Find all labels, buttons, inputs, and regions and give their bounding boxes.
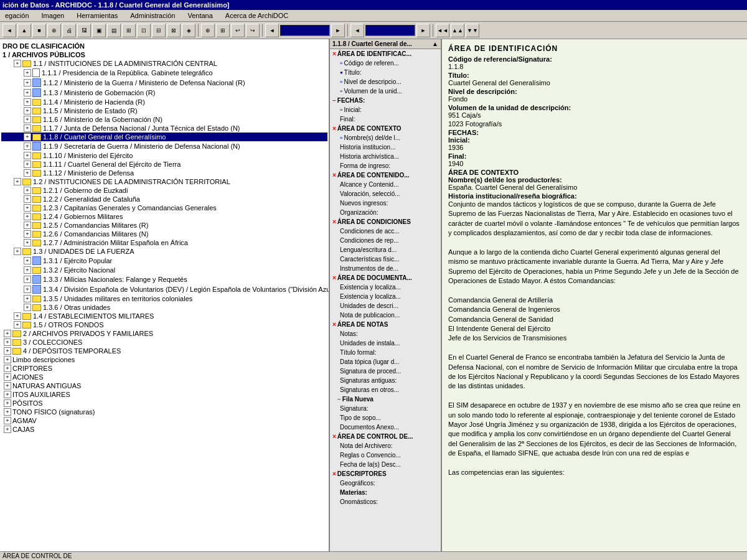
expand-icon[interactable]: + <box>24 195 31 203</box>
tree-item[interactable]: +1.1.2 / Ministerio de la Guerra / Minis… <box>1 78 327 88</box>
tree-item[interactable]: +1.1.6 / Ministerio de la Gobernación (N… <box>1 115 327 124</box>
mid-item[interactable]: Signaturas en otros... <box>330 385 441 394</box>
tree-item[interactable]: +1.1.12 / Ministerio de Defensa <box>1 169 327 177</box>
expand-icon[interactable]: + <box>4 382 11 390</box>
toolbar-btn-14[interactable]: ⊕ <box>201 24 215 37</box>
tree-item[interactable]: +Limbo descripciones <box>1 355 327 364</box>
menu-administracion[interactable]: Administración <box>128 11 177 20</box>
expand-icon[interactable]: + <box>4 408 11 416</box>
tree-item[interactable]: +1.2.4 / Gobiernos Militares <box>1 212 327 221</box>
toolbar-btn-10[interactable]: ⊡ <box>137 24 151 37</box>
tree-item[interactable]: +1.1.9 / Secretaría de Guerra / Minister… <box>1 141 327 151</box>
tree-item[interactable]: +2 / ARCHIVOS PRIVADOS Y FAMILIARES <box>1 329 327 338</box>
tree-item[interactable]: +1.1.3 / Ministerio de Gobernación (R) <box>1 88 327 98</box>
menu-acerca[interactable]: Acerca de ArchiDOC <box>223 11 291 20</box>
mid-item[interactable]: Forma de ingreso: <box>330 161 441 170</box>
toolbar-btn-13[interactable]: ◈ <box>182 24 195 37</box>
mid-scroll-up[interactable]: ▲ <box>432 40 438 47</box>
mid-section[interactable]: − FECHAS: <box>330 96 441 105</box>
mid-item[interactable]: Signatura de proced... <box>330 366 441 376</box>
mid-item[interactable]: Materias: <box>330 488 441 497</box>
expand-icon[interactable]: + <box>24 257 31 264</box>
mid-item[interactable]: Valoración, selecció... <box>330 189 441 198</box>
tree-item[interactable]: +1.1.11 / Cuartel General del Ejército d… <box>1 160 327 169</box>
toolbar-btn-5[interactable]: 🖨 <box>62 24 76 37</box>
expand-icon[interactable]: + <box>4 338 11 346</box>
toolbar-btn-2[interactable]: ▲ <box>17 24 31 37</box>
mid-item[interactable]: Lengua/escritura d... <box>330 245 441 254</box>
tree-item[interactable]: +1.3.2 / Ejército Nacional <box>1 266 327 274</box>
expand-icon[interactable]: + <box>4 373 11 381</box>
expand-icon[interactable]: + <box>4 426 11 433</box>
expand-icon[interactable]: + <box>24 98 31 106</box>
mid-item[interactable]: Notas: <box>330 329 441 338</box>
mid-item[interactable]: Título formal: <box>330 348 441 357</box>
expand-icon[interactable]: + <box>24 89 31 96</box>
expand-icon[interactable]: + <box>24 124 31 132</box>
tree-item[interactable]: +1.1.8 / Cuartel General del Generalísim… <box>1 133 327 141</box>
tree-item[interactable]: +CRIPTORES <box>1 364 327 373</box>
mid-subsection[interactable]: − Fila Nueva <box>330 394 441 404</box>
mid-item[interactable]: » Nivel de descripcio... <box>330 77 441 86</box>
tree-item[interactable]: +1.2.2 / Generalidad de Cataluña <box>1 195 327 203</box>
tree-item[interactable]: +1.2.3 / Capitanías Generales y Comandan… <box>1 203 327 212</box>
mid-section[interactable]: × ÁREA DE NOTAS <box>330 320 441 329</box>
mid-item[interactable]: Nota del Archivero: <box>330 441 441 450</box>
expand-icon[interactable]: + <box>4 417 11 424</box>
mid-section[interactable]: × ÁREA DE CONTENIDO... <box>330 170 441 180</box>
expand-icon[interactable]: + <box>24 161 31 168</box>
tree-item[interactable]: +1.1.10 / Ministerio del Ejército <box>1 151 327 160</box>
toolbar-btn-18[interactable]: ◄ <box>265 24 279 37</box>
tree-item[interactable]: +1.3.3 / Milicias Nacionales: Falange y … <box>1 274 327 284</box>
tree-item[interactable]: +3 / COLECCIONES <box>1 338 327 347</box>
toolbar-btn-15[interactable]: ⊞ <box>216 24 230 37</box>
tree-item[interactable]: +1.1 / INSTITUCIONES DE LA ADMINISTRACIÓ… <box>1 59 327 68</box>
expand-icon[interactable]: + <box>24 187 31 194</box>
toolbar-btn-11[interactable]: ⊟ <box>152 24 166 37</box>
expand-icon[interactable]: + <box>24 286 31 293</box>
mid-item[interactable]: Condiciones de acc... <box>330 226 441 236</box>
toolbar-btn-19[interactable]: ► <box>331 24 345 37</box>
mid-section[interactable]: × ÁREA DE CONTEXTO <box>330 124 441 133</box>
mid-section[interactable]: × ÁREA DE CONTROL DE... <box>330 432 441 441</box>
tree-item[interactable]: +1.2 / INSTITUCIONES DE LA ADMINISTRACIÓ… <box>1 177 327 186</box>
tree-item[interactable]: +1.3.1 / Ejército Popular <box>1 256 327 266</box>
menu-herramientas[interactable]: Herramientas <box>74 11 120 20</box>
mid-item[interactable]: Data tópica (lugar d... <box>330 357 441 366</box>
mid-section[interactable]: × ÁREA DE CONDICIONES <box>330 217 441 226</box>
toolbar-input[interactable] <box>280 25 330 36</box>
tree-item[interactable]: +1.1.5 / Ministerio de Estado (R) <box>1 106 327 115</box>
toolbar-btn-12[interactable]: ⊠ <box>167 24 181 37</box>
expand-icon[interactable]: + <box>24 133 31 141</box>
mid-item[interactable]: Geográficos: <box>330 478 441 488</box>
expand-icon[interactable]: + <box>4 391 11 398</box>
mid-item[interactable]: Características físic... <box>330 254 441 264</box>
mid-item[interactable]: » Inicial: <box>330 105 441 114</box>
mid-item[interactable]: Documentos Anexo... <box>330 422 441 432</box>
expand-icon[interactable]: + <box>4 365 11 372</box>
toolbar-btn-17[interactable]: ↪ <box>246 24 260 37</box>
mid-section[interactable]: × DESCRIPTORES <box>330 469 441 478</box>
tree-item[interactable]: +ITOS AUXILIARES <box>1 390 327 399</box>
expand-icon[interactable]: + <box>24 204 31 212</box>
expand-icon[interactable]: + <box>24 239 31 246</box>
tree-item[interactable]: +NATURAS ANTIGUAS <box>1 381 327 390</box>
tree-item[interactable]: +TONO FÍSICO (signaturas) <box>1 408 327 416</box>
tree-item[interactable]: +AGMAV <box>1 416 327 425</box>
expand-icon[interactable]: + <box>4 399 11 407</box>
expand-icon[interactable]: + <box>24 213 31 220</box>
expand-icon[interactable]: + <box>24 142 31 150</box>
tree-item[interactable]: +CAJAS <box>1 425 327 434</box>
expand-icon[interactable]: + <box>4 330 11 337</box>
tree-item[interactable]: +1.1.7 / Junta de Defensa Nacional / Jun… <box>1 124 327 133</box>
mid-item[interactable]: Signaturas antiguas: <box>330 376 441 385</box>
toolbar-btn-3[interactable]: ■ <box>32 24 46 37</box>
tree-item[interactable]: +1.3.4 / División Española de Voluntario… <box>1 284 327 294</box>
tree-item[interactable]: +1.5 / OTROS FONDOS <box>1 320 327 329</box>
expand-icon[interactable]: + <box>14 178 21 185</box>
expand-icon[interactable]: + <box>24 152 31 159</box>
expand-icon[interactable]: + <box>4 347 11 355</box>
tree-item[interactable]: +4 / DEPÓSITOS TEMPORALES <box>1 347 327 355</box>
tree-item[interactable]: +1.2.1 / Gobierno de Euzkadi <box>1 186 327 195</box>
mid-item[interactable]: » Nombre(s) del/de l... <box>330 133 441 142</box>
